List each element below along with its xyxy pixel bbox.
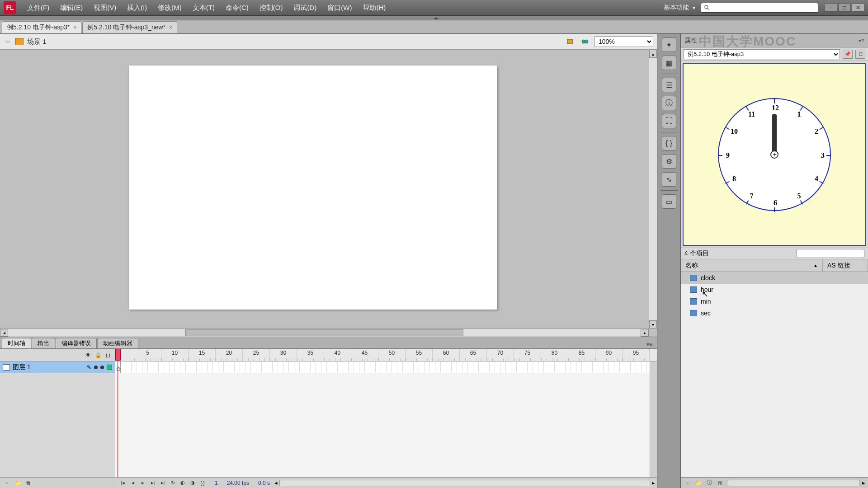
scroll-left-icon[interactable]: ◂ [274, 479, 278, 486]
delete-layer-button[interactable]: 🗑 [24, 479, 33, 487]
layer-name[interactable]: 图层 1 [13, 363, 84, 371]
scroll-down-icon[interactable]: ▾ [649, 320, 657, 328]
vertical-scrollbar[interactable]: ▴ ▾ [649, 50, 657, 328]
tab-timeline[interactable]: 时间轴 [2, 338, 31, 348]
ruler-tick[interactable]: 60 [433, 349, 460, 361]
library-icon[interactable]: ▦ [662, 56, 676, 70]
search-box[interactable] [701, 3, 818, 13]
new-library-icon[interactable]: ◻ [855, 50, 865, 59]
info-icon[interactable]: ⓘ [662, 96, 676, 110]
zoom-select[interactable]: 100% [594, 36, 653, 47]
library-item[interactable]: hour [681, 284, 868, 296]
ruler-tick[interactable]: 80 [541, 349, 568, 361]
outline-color[interactable] [107, 365, 112, 370]
sort-icon[interactable]: ▲ [813, 263, 818, 268]
outline-icon[interactable]: ◻ [105, 352, 111, 358]
scroll-right-icon[interactable]: ▸ [652, 479, 655, 486]
ruler-tick[interactable]: 35 [297, 349, 324, 361]
library-item[interactable]: min [681, 296, 868, 307]
menu-file[interactable]: 文件(F) [23, 2, 54, 14]
minimize-button[interactable]: ─ [825, 4, 837, 12]
library-hscroll[interactable] [727, 480, 859, 486]
library-search[interactable] [797, 249, 864, 258]
ruler-tick[interactable]: 10 [161, 349, 189, 361]
close-button[interactable]: ✕ [852, 4, 864, 12]
eye-icon[interactable]: 👁 [85, 352, 91, 358]
properties-icon[interactable]: ✦ [662, 38, 676, 52]
menu-window[interactable]: 窗口(W) [323, 2, 356, 14]
ruler-tick[interactable]: 75 [514, 349, 541, 361]
components-icon[interactable]: ⚙ [662, 154, 676, 169]
ruler-tick[interactable]: 90 [595, 349, 623, 361]
delete-button[interactable]: 🗑 [716, 479, 724, 487]
menu-text[interactable]: 文本(T) [188, 2, 219, 14]
play-icon[interactable]: ▸ [139, 479, 147, 487]
step-back-icon[interactable]: ◂ [129, 479, 137, 487]
menu-commands[interactable]: 命令(C) [221, 2, 253, 14]
frames-row[interactable] [115, 361, 657, 373]
menu-modify[interactable]: 修改(M) [153, 2, 186, 14]
new-folder-button[interactable]: 📁 [14, 479, 22, 487]
menu-edit[interactable]: 编辑(E) [56, 2, 87, 14]
canvas[interactable] [129, 66, 497, 310]
ruler-tick[interactable]: 65 [460, 349, 487, 361]
ruler-tick[interactable]: 30 [270, 349, 297, 361]
ruler-tick[interactable]: 95 [623, 349, 650, 361]
menu-help[interactable]: 帮助(H) [358, 2, 390, 14]
column-linkage[interactable]: AS 链接 [823, 259, 868, 272]
search-input[interactable] [712, 5, 815, 11]
visibility-dot[interactable] [94, 366, 98, 369]
ruler-tick[interactable]: 15 [189, 349, 216, 361]
ruler-tick[interactable]: 50 [378, 349, 406, 361]
ruler-tick[interactable]: 40 [324, 349, 351, 361]
scroll-track[interactable] [8, 329, 641, 337]
goto-last-icon[interactable]: ▸| [159, 479, 167, 487]
ruler-tick[interactable]: 5 [134, 349, 161, 361]
ruler-tick[interactable]: 25 [243, 349, 270, 361]
maximize-button[interactable]: ◻ [838, 4, 851, 12]
tab-compiler-errors[interactable]: 编译器错误 [56, 338, 97, 348]
ruler-tick[interactable]: 45 [351, 349, 378, 361]
lock-dot[interactable] [100, 366, 104, 369]
workspace-switcher[interactable]: 基本功能 ▼ [664, 4, 696, 12]
pin-library-icon[interactable]: 📌 [843, 50, 853, 59]
properties-button[interactable]: ⓘ [705, 479, 713, 487]
motion-presets-icon[interactable]: ∿ [662, 172, 676, 187]
collapse-bar[interactable]: ◂▸ [0, 16, 868, 20]
ruler-tick[interactable]: 70 [487, 349, 514, 361]
code-snippets-icon[interactable]: { } [662, 136, 676, 150]
menu-insert[interactable]: 插入(I) [123, 2, 151, 14]
goto-first-icon[interactable]: |◂ [119, 479, 127, 487]
edit-scene-icon[interactable] [566, 37, 576, 47]
close-icon[interactable]: × [169, 24, 172, 31]
scroll-track[interactable] [279, 480, 650, 486]
close-icon[interactable]: × [73, 24, 76, 31]
project-icon[interactable]: ▭ [662, 194, 676, 209]
scroll-right-icon[interactable]: ▸ [641, 329, 649, 337]
step-forward-icon[interactable]: ▸| [149, 479, 157, 487]
keyframe[interactable] [115, 361, 121, 373]
timeline-hscroll[interactable]: ◂ ▸ [274, 479, 657, 486]
ruler-tick[interactable]: 20 [216, 349, 243, 361]
menu-debug[interactable]: 调试(D) [289, 2, 321, 14]
onion-outline-icon[interactable]: ◑ [189, 479, 197, 487]
stage[interactable]: ▴ ▾ ◂ ▸ [0, 50, 657, 337]
edit-symbol-icon[interactable] [580, 37, 590, 47]
scroll-thumb[interactable] [185, 329, 464, 336]
frames-vscroll[interactable] [650, 361, 657, 477]
transform-icon[interactable]: ⛶ [662, 114, 676, 128]
column-name[interactable]: 名称 ▲ [681, 259, 823, 272]
doc-tab-1[interactable]: 例5.2.10 电子钟-asp3* × [2, 21, 81, 33]
library-item[interactable]: sec [681, 307, 868, 319]
library-item[interactable]: clock [681, 272, 868, 284]
tab-motion-editor[interactable]: 动画编辑器 [97, 338, 138, 348]
frames-column[interactable] [115, 361, 657, 477]
stage-content[interactable] [0, 50, 649, 328]
scroll-up-icon[interactable]: ▴ [649, 50, 657, 58]
new-symbol-button[interactable]: ▫ [684, 479, 692, 487]
library-search-input[interactable] [800, 251, 863, 256]
doc-tab-2[interactable]: 例5.2.10 电子钟-asp3_new* × [82, 21, 177, 33]
lock-icon[interactable]: 🔒 [95, 352, 101, 358]
new-layer-button[interactable]: ▫ [3, 479, 11, 487]
menu-view[interactable]: 视图(V) [89, 2, 121, 14]
